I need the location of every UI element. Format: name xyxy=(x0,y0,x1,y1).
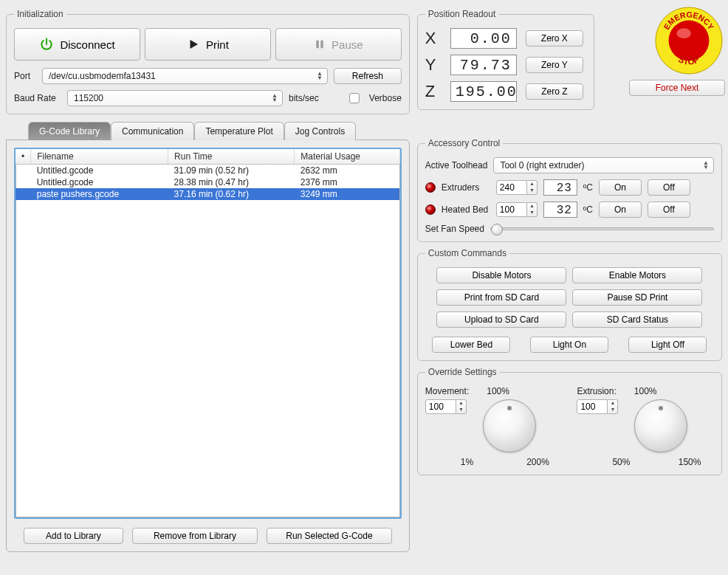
light-off-button[interactable]: Light Off xyxy=(628,337,707,353)
spinner-arrows-icon[interactable]: ▲▼ xyxy=(527,180,538,195)
tab-gcode-library[interactable]: G-Code Library xyxy=(28,122,111,140)
chevron-updown-icon: ▲▼ xyxy=(315,72,324,80)
extrusion-percent: 100% xyxy=(634,386,657,396)
spinner-arrows-icon[interactable]: ▲▼ xyxy=(456,399,467,414)
svg-point-1 xyxy=(669,21,710,61)
movement-min: 1% xyxy=(461,457,473,467)
movement-value-input[interactable]: ▲▼ xyxy=(425,399,467,414)
tab-jog-controls[interactable]: Jog Controls xyxy=(284,122,356,140)
add-to-library-button[interactable]: Add to Library xyxy=(24,528,123,544)
bed-setpoint-input[interactable]: ▲▼ xyxy=(496,202,538,217)
table-row[interactable]: Untitled.gcode28.38 min (0.47 hr)2376 mm xyxy=(16,176,399,188)
degc-label: ºC xyxy=(583,182,593,193)
y-position-display: 79.73 xyxy=(450,55,517,75)
initialization-group: Initialization Disconnect Print xyxy=(6,9,410,114)
extruders-label: Extruders xyxy=(442,182,490,193)
force-next-button[interactable]: Force Next xyxy=(629,80,725,96)
refresh-button[interactable]: Refresh xyxy=(334,68,402,84)
position-readout-group: Position Readout X 0.00 Zero X Y 79.73 Z… xyxy=(417,9,594,110)
play-icon xyxy=(187,38,200,51)
chevron-updown-icon: ▲▼ xyxy=(270,94,279,103)
accessory-legend: Accessory Control xyxy=(425,138,503,148)
fan-speed-label: Set Fan Speed xyxy=(425,224,484,234)
disconnect-button[interactable]: Disconnect xyxy=(14,28,140,61)
fan-speed-slider[interactable] xyxy=(490,227,714,230)
pause-sd-print-button[interactable]: Pause SD Print xyxy=(572,289,702,306)
baud-value: 115200 xyxy=(74,93,103,103)
spinner-arrows-icon[interactable]: ▲▼ xyxy=(608,399,618,414)
movement-percent: 100% xyxy=(487,386,509,396)
bed-led-icon xyxy=(425,204,436,215)
port-value: /dev/cu.usbmodemfa13431 xyxy=(49,71,156,81)
svg-point-2 xyxy=(676,28,691,38)
bed-label: Heated Bed xyxy=(442,204,490,215)
active-toolhead-select[interactable]: Tool 0 (right extruder) ▲▼ xyxy=(493,157,714,173)
zero-x-button[interactable]: Zero X xyxy=(526,30,583,47)
pause-icon xyxy=(314,38,326,51)
degc-label: ºC xyxy=(583,204,593,215)
movement-knob[interactable] xyxy=(483,399,536,452)
tab-panel: G-Code Library Communication Temperature… xyxy=(6,122,410,552)
extrusion-max: 150% xyxy=(679,457,701,467)
disconnect-label: Disconnect xyxy=(60,38,114,51)
col-filename[interactable]: Filename xyxy=(31,149,168,165)
z-axis-label: Z xyxy=(425,82,442,101)
baud-units: bits/sec xyxy=(289,93,319,103)
run-selected-gcode-button[interactable]: Run Selected G-Code xyxy=(267,528,392,544)
spinner-arrows-icon[interactable]: ▲▼ xyxy=(527,202,538,217)
extrusion-min: 50% xyxy=(612,457,630,467)
verbose-label: Verbose xyxy=(369,93,402,103)
emergency-stop-button[interactable]: EMERGENCY STOP xyxy=(653,4,725,77)
tab-communication[interactable]: Communication xyxy=(111,122,194,140)
extrusion-value-input[interactable]: ▲▼ xyxy=(577,399,618,414)
print-from-sd-button[interactable]: Print from SD Card xyxy=(436,289,566,306)
remove-from-library-button[interactable]: Remove from Library xyxy=(132,528,258,544)
bed-on-button[interactable]: On xyxy=(599,202,642,218)
extruders-setpoint-input[interactable]: ▲▼ xyxy=(496,180,538,195)
commands-legend: Custom Commands xyxy=(425,248,509,258)
accessory-control-group: Accessory Control Active Toolhead Tool 0… xyxy=(417,138,722,242)
y-axis-label: Y xyxy=(425,55,442,75)
baud-select[interactable]: 115200 ▲▼ xyxy=(67,90,283,106)
pause-label: Pause xyxy=(332,38,363,51)
power-icon xyxy=(39,37,54,52)
tab-temperature-plot[interactable]: Temperature Plot xyxy=(194,122,284,140)
z-position-display: 195.00 xyxy=(450,81,517,102)
enable-motors-button[interactable]: Enable Motors xyxy=(572,267,702,283)
lower-bed-button[interactable]: Lower Bed xyxy=(432,337,510,353)
print-label: Print xyxy=(206,38,229,51)
movement-label: Movement: xyxy=(425,386,469,396)
position-legend: Position Readout xyxy=(425,9,498,19)
extruders-temp-display: 23 xyxy=(543,179,577,196)
slider-thumb-icon[interactable] xyxy=(491,224,503,235)
col-runtime[interactable]: Run Time xyxy=(168,149,295,165)
port-select[interactable]: /dev/cu.usbmodemfa13431 ▲▼ xyxy=(42,68,328,84)
disable-motors-button[interactable]: Disable Motors xyxy=(436,267,566,283)
table-corner: • xyxy=(16,149,31,165)
col-material[interactable]: Material Usage xyxy=(295,149,400,165)
extruders-off-button[interactable]: Off xyxy=(648,179,690,196)
bed-off-button[interactable]: Off xyxy=(648,202,690,218)
light-on-button[interactable]: Light On xyxy=(530,337,608,353)
baud-label: Baud Rate xyxy=(14,93,61,103)
pause-button[interactable]: Pause xyxy=(275,28,402,61)
table-row[interactable]: paste pushers.gcode37.16 min (0.62 hr)32… xyxy=(16,188,399,200)
override-settings-group: Override Settings Movement: 100% ▲▼ xyxy=(417,367,722,475)
custom-commands-group: Custom Commands Disable Motors Enable Mo… xyxy=(417,248,722,361)
port-label: Port xyxy=(14,71,36,81)
table-row[interactable]: Untitled.gcode31.09 min (0.52 hr)2632 mm xyxy=(16,165,399,177)
extrusion-label: Extrusion: xyxy=(577,386,616,396)
verbose-checkbox[interactable] xyxy=(349,93,360,103)
extruders-on-button[interactable]: On xyxy=(599,179,642,196)
gcode-table[interactable]: • Filename Run Time Material Usage Untit… xyxy=(14,148,402,519)
chevron-updown-icon: ▲▼ xyxy=(701,161,710,170)
zero-y-button[interactable]: Zero Y xyxy=(526,57,583,73)
upload-to-sd-button[interactable]: Upload to SD Card xyxy=(436,311,566,328)
x-position-display: 0.00 xyxy=(450,28,517,49)
extrusion-knob[interactable] xyxy=(634,399,687,452)
print-button[interactable]: Print xyxy=(145,28,271,61)
sd-card-status-button[interactable]: SD Card Status xyxy=(572,311,702,328)
zero-z-button[interactable]: Zero Z xyxy=(526,83,583,100)
movement-max: 200% xyxy=(526,457,549,467)
x-axis-label: X xyxy=(425,29,442,48)
